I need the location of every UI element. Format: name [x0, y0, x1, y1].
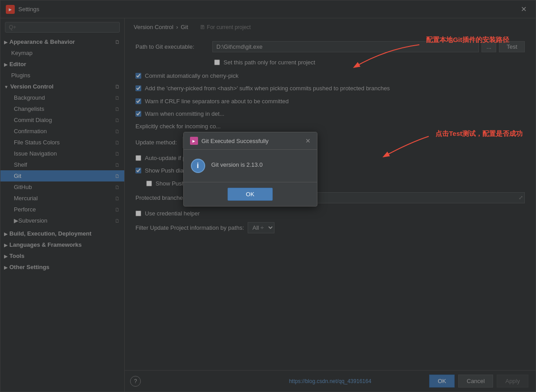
- dialog-ok-button[interactable]: OK: [228, 188, 273, 201]
- dialog-close-button[interactable]: ✕: [305, 137, 311, 144]
- dialog-message: Git version is 2.13.0: [211, 159, 263, 168]
- info-icon: i: [191, 159, 205, 173]
- annotation-git-path: 配置本地Git插件的安装路径: [426, 36, 509, 43]
- annotation-test-config: 点击Test测试，配置是否成功: [435, 130, 523, 137]
- dialog-overlay: 配置本地Git插件的安装路径 点击Test测试，配置是否成功 ► Git Exe…: [0, 0, 536, 392]
- dialog-title: Git Executed Successfully: [202, 138, 305, 144]
- dialog-title-icon: ►: [190, 137, 198, 145]
- settings-window: ► Settings ✕ ▶Appearance & Behavior 🗋 Ke…: [0, 0, 536, 392]
- dialog-title-bar: ► Git Executed Successfully ✕: [184, 132, 317, 150]
- success-dialog: ► Git Executed Successfully ✕ i Git vers…: [183, 132, 317, 207]
- dialog-footer: OK: [184, 182, 317, 206]
- dialog-body: i Git version is 2.13.0: [184, 150, 317, 182]
